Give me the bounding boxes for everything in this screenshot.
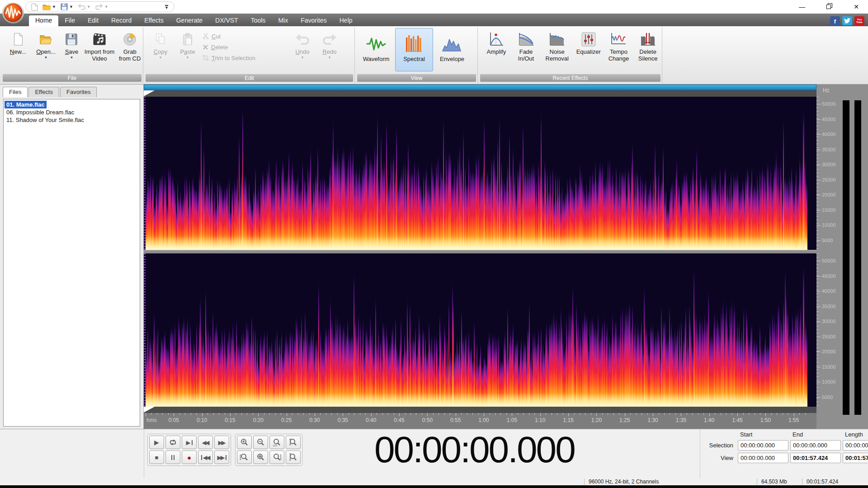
twitter-icon[interactable] xyxy=(842,16,852,25)
pause-button[interactable] xyxy=(165,450,180,464)
ruler-tick xyxy=(281,413,281,415)
zoom-in-button[interactable] xyxy=(237,436,252,449)
ruler-tick xyxy=(630,413,631,415)
frequency-label: 10000 xyxy=(822,222,836,228)
redo-button[interactable]: ▼ xyxy=(95,4,108,10)
play-button[interactable]: ▶ xyxy=(149,436,164,449)
ruler-tick xyxy=(253,413,253,415)
zoom-selection-right-button[interactable]: ] xyxy=(269,450,284,464)
trim-to-selection-button[interactable]: Trim to Selection xyxy=(203,53,288,62)
ruler-tick xyxy=(703,413,704,415)
status-file-size: 64.503 Mb xyxy=(761,479,787,485)
envelope-view-button[interactable]: Envelope xyxy=(433,28,471,71)
minimize-button[interactable]: — xyxy=(798,3,806,10)
view-length-field[interactable]: 00:01:57.424 xyxy=(843,453,868,463)
stop-button[interactable]: ■ xyxy=(149,450,164,464)
save-button[interactable]: ▼ xyxy=(61,3,73,10)
bottom-marker-strip[interactable] xyxy=(144,407,816,413)
ruler-tick xyxy=(726,413,726,415)
delete-silence-button[interactable]: Delete Silence xyxy=(634,28,662,62)
new-file-button[interactable] xyxy=(31,3,38,11)
ruler-label: 1:15 xyxy=(563,417,573,423)
save-button[interactable]: Save ▼ xyxy=(61,28,82,60)
view-start-field[interactable]: 00:00:00.000 xyxy=(738,453,788,463)
tab-record[interactable]: Record xyxy=(105,15,138,26)
file-list-item[interactable]: 01. Mame.flac xyxy=(5,101,47,108)
go-to-start-button[interactable]: ◀◀ xyxy=(198,450,213,464)
chevron-down-icon: ▼ xyxy=(301,56,304,60)
noise-removal-button[interactable]: Noise Removal xyxy=(541,28,573,62)
redo-button-ribbon[interactable]: Redo ▼ xyxy=(317,28,342,60)
channel-divider[interactable] xyxy=(144,250,816,253)
sidebar-tab-favorites[interactable]: Favorites xyxy=(60,87,97,97)
zoom-vertical-in-button[interactable] xyxy=(286,436,301,449)
repeat-button[interactable] xyxy=(165,436,180,449)
zoom-100-button[interactable]: 100 xyxy=(269,436,284,449)
record-button[interactable]: ● xyxy=(182,450,197,464)
zoom-vertical-out-button[interactable] xyxy=(286,450,301,464)
delete-button[interactable]: Delete xyxy=(203,42,288,52)
ruler-label: 0:25 xyxy=(281,417,292,423)
selection-length-field[interactable]: 00:00:00.000 xyxy=(843,440,868,450)
file-list-item[interactable]: 06. Impossible Dream.flac xyxy=(5,108,139,116)
facebook-icon[interactable]: f xyxy=(830,16,840,25)
tab-home[interactable]: Home xyxy=(29,15,58,26)
file-list-item[interactable]: 11. Shadow of Your Smile.flac xyxy=(5,116,139,124)
waveform-view-button[interactable]: Waveform xyxy=(357,28,395,71)
playback-cursor-marker[interactable] xyxy=(144,90,155,96)
tab-file[interactable]: File xyxy=(58,15,81,26)
spectral-view-button[interactable]: Spectral xyxy=(395,28,433,71)
import-from-video-button[interactable]: Import from Video xyxy=(84,28,115,62)
close-button[interactable]: ✕ xyxy=(853,3,860,10)
tab-help[interactable]: Help xyxy=(333,15,359,26)
selection-end-field[interactable]: 00:00:00.000 xyxy=(790,440,841,450)
spectrogram-channel-2[interactable] xyxy=(146,253,815,407)
play-to-end-button[interactable]: ▶ xyxy=(182,436,197,449)
ruler-tick xyxy=(523,413,524,415)
cut-button[interactable]: Cut xyxy=(203,32,288,41)
tab-tools[interactable]: Tools xyxy=(245,15,272,26)
new-button[interactable]: New... xyxy=(5,28,31,56)
maximize-button[interactable] xyxy=(826,3,833,10)
tempo-change-button[interactable]: Tempo Change xyxy=(604,28,633,62)
zoom-out-button[interactable] xyxy=(253,436,268,449)
go-to-end-button[interactable]: ▶▶ xyxy=(214,450,229,464)
sidebar-tab-files[interactable]: Files xyxy=(3,87,28,97)
tab-dx-vst[interactable]: DX/VST xyxy=(209,15,245,26)
ruler-tick xyxy=(805,413,806,415)
youtube-icon[interactable]: You Tube xyxy=(854,16,864,25)
horizontal-scrollbar[interactable] xyxy=(144,84,816,90)
file-list[interactable]: 01. Mame.flac06. Impossible Dream.flac11… xyxy=(3,99,140,427)
spectrogram-channel-1[interactable] xyxy=(146,97,815,250)
customize-toolbar-button[interactable]: ▼ xyxy=(165,5,169,9)
playback-cursor-marker[interactable] xyxy=(144,407,155,413)
tab-favorites[interactable]: Favorites xyxy=(294,15,333,26)
app-logo[interactable] xyxy=(1,1,25,24)
paste-button[interactable]: Paste ▼ xyxy=(175,28,200,60)
undo-button-ribbon[interactable]: Undo ▼ xyxy=(290,28,315,60)
open-button[interactable]: ▼ xyxy=(42,4,56,10)
rewind-button[interactable]: ◀◀ xyxy=(198,436,213,449)
open-button[interactable]: Open... ▼ xyxy=(33,28,59,60)
delete-x-icon xyxy=(203,44,208,50)
amplify-button[interactable]: Amplify xyxy=(482,28,511,56)
grab-from-cd-button[interactable]: Grab from CD xyxy=(117,28,143,62)
fade-in-out-button[interactable]: Fade In/Out xyxy=(512,28,541,62)
copy-button[interactable]: Copy ▼ xyxy=(148,28,173,60)
group-title: File xyxy=(3,74,142,82)
zoom-selection-left-button[interactable]: [ xyxy=(237,450,252,464)
zoom-selection-button[interactable] xyxy=(253,450,268,464)
undo-button[interactable]: ▼ xyxy=(78,4,91,10)
button-label: New... xyxy=(10,48,26,55)
selection-start-field[interactable]: 00:00:00.000 xyxy=(738,440,788,450)
tab-effects[interactable]: Effects xyxy=(138,15,170,26)
tab-edit[interactable]: Edit xyxy=(81,15,105,26)
tab-mix[interactable]: Mix xyxy=(272,15,294,26)
time-ruler[interactable]: hms 0:050:100:150:200:250:300:350:400:45… xyxy=(144,413,816,429)
equalizer-button[interactable]: Equalizer xyxy=(574,28,604,56)
view-end-field[interactable]: 00:01:57.424 xyxy=(790,453,841,463)
top-marker-strip[interactable] xyxy=(144,90,816,97)
sidebar-tab-effects[interactable]: Effects xyxy=(28,87,59,97)
tab-generate[interactable]: Generate xyxy=(170,15,209,26)
fast-forward-button[interactable]: ▶▶ xyxy=(214,436,229,449)
